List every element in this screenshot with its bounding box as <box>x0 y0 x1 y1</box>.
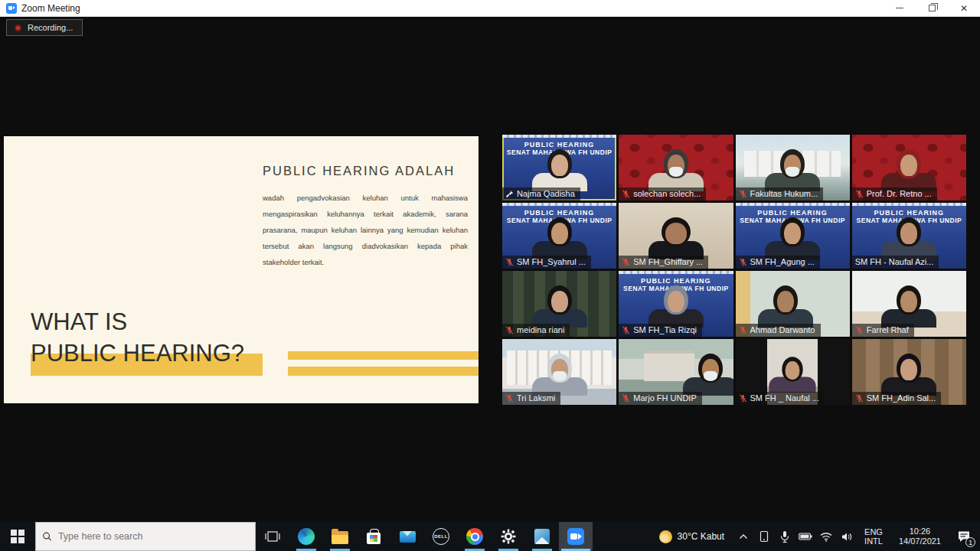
microphone-tray-button[interactable] <box>777 526 792 547</box>
slide-title: WHAT IS PUBLIC HEARING? <box>31 306 244 369</box>
battery-tray-button[interactable] <box>798 526 813 547</box>
muted-mic-icon <box>505 394 514 403</box>
video-tile-adin-sal[interactable]: SM FH_Adin Sal... <box>852 339 966 405</box>
participant-name-label: SM FH _ Naufal ... <box>736 392 825 405</box>
muted-mic-icon <box>739 326 747 334</box>
participant-name-label: solechan solech... <box>619 187 706 201</box>
slide-title-line1: WHAT IS <box>31 306 244 337</box>
restore-button[interactable] <box>916 0 948 16</box>
weather-sun-icon <box>659 530 672 543</box>
language-code: ENG <box>864 527 883 537</box>
taskbar-app-edge[interactable] <box>289 522 323 551</box>
video-tile-marjo[interactable]: Marjo FH UNDIP <box>619 339 733 405</box>
muted-mic-icon <box>739 190 747 198</box>
participant-video <box>532 217 587 259</box>
language-indicator[interactable]: ENG INTL <box>860 527 887 546</box>
participant-video <box>532 354 587 396</box>
task-view-button[interactable] <box>256 522 289 551</box>
participant-name-label: Najma Qadisha <box>502 187 580 201</box>
participant-name-label: Fakultas Hukum... <box>736 187 824 201</box>
taskbar-app-photos[interactable] <box>525 522 559 551</box>
windows-taskbar: DELL 30°C <box>0 522 980 551</box>
video-tile-fakultas-hukum[interactable]: Fakultas Hukum... <box>736 135 850 201</box>
video-tile-prof-retno[interactable]: Prof. Dr. Retno ... <box>852 135 966 201</box>
participant-name-label: SM FH_Adin Sal... <box>852 392 941 405</box>
participant-video <box>881 149 936 191</box>
mail-icon <box>400 531 416 543</box>
speaker-icon <box>841 532 853 542</box>
weather-temperature: 30°C <box>678 531 698 542</box>
participant-video <box>683 354 733 396</box>
action-center-button[interactable]: 1 <box>952 526 975 547</box>
taskbar-search[interactable] <box>35 522 256 551</box>
search-icon <box>42 531 52 542</box>
windows-logo-icon <box>11 530 24 543</box>
participant-video <box>769 357 816 393</box>
weather-widget[interactable]: 30°C Kabut <box>653 530 731 543</box>
wifi-tray-button[interactable] <box>818 526 834 547</box>
video-tile-solechan[interactable]: solechan solech... <box>619 135 733 201</box>
video-tile-tri-laksmi[interactable]: Tri Laksmi <box>502 339 616 405</box>
muted-mic-icon <box>622 258 630 266</box>
participant-video <box>881 285 936 328</box>
close-button[interactable]: ✕ <box>948 0 980 16</box>
muted-mic-icon <box>505 258 514 266</box>
taskbar-app-microsoft-store[interactable] <box>357 522 390 551</box>
zoom-icon <box>567 528 584 545</box>
zoom-app-icon <box>6 3 17 14</box>
muted-mic-icon <box>505 326 514 334</box>
video-tile-tia-rizqi[interactable]: PUBLIC HEARING SENAT MAHASISWA FH UNDIP … <box>619 271 733 337</box>
participant-video <box>765 217 820 259</box>
search-input[interactable] <box>58 531 249 542</box>
muted-mic-icon <box>855 190 864 198</box>
clock-time: 10:26 <box>899 527 941 536</box>
recording-indicator[interactable]: Recording... <box>6 19 83 36</box>
participant-name-label: SM FH - Naufal Azi... <box>852 256 939 269</box>
taskbar-app-zoom[interactable] <box>559 522 593 551</box>
muted-mic-icon <box>739 258 747 266</box>
video-tile-najma-qadisha[interactable]: PUBLIC HEARING SENAT MAHASISWA FH UNDIP … <box>502 135 616 201</box>
dell-icon: DELL <box>433 528 449 545</box>
video-tile-ahmad-darwanto[interactable]: Ahmad Darwanto <box>736 271 850 337</box>
taskbar-clock[interactable]: 10:26 14/07/2021 <box>893 527 947 546</box>
video-gallery: PUBLIC HEARING SENAT MAHASISWA FH UNDIP … <box>502 135 966 405</box>
taskbar-app-dell[interactable]: DELL <box>424 522 458 551</box>
window-titlebar: Zoom Meeting ✕ <box>0 0 980 17</box>
your-phone-tray-button[interactable] <box>756 526 772 547</box>
participant-name-label: SM FH_Syahrul ... <box>502 256 591 269</box>
video-tile-naufal[interactable]: SM FH _ Naufal ... <box>736 339 850 405</box>
video-tile-syahrul[interactable]: PUBLIC HEARING SENAT MAHASISWA FH UNDIP … <box>502 203 616 269</box>
video-tile-agung[interactable]: PUBLIC HEARING SENAT MAHASISWA FH UNDIP … <box>736 203 850 269</box>
screen: Zoom Meeting ✕ Recording... PUBLIC HEARI… <box>0 0 980 551</box>
video-tile-naufal-azi[interactable]: PUBLIC HEARING SENAT MAHASISWA FH UNDIP … <box>852 203 966 269</box>
muted-mic-icon <box>855 326 864 334</box>
video-tile-ghiffary[interactable]: SM FH_Ghiffary ... <box>619 203 733 269</box>
video-tile-farrel-rhaf[interactable]: Farrel Rhaf <box>852 271 966 337</box>
minimize-button[interactable] <box>884 0 916 16</box>
edge-icon <box>298 528 315 545</box>
meeting-client-area: Recording... PUBLIC HEARING ADALAH wadah… <box>0 17 980 522</box>
participant-video <box>758 285 813 328</box>
microsoft-store-icon <box>367 533 381 544</box>
chrome-icon <box>466 528 483 545</box>
shared-presentation-slide: PUBLIC HEARING ADALAH wadah pengadvokasi… <box>4 136 479 403</box>
microphone-icon <box>780 530 789 543</box>
taskbar-app-chrome[interactable] <box>458 522 492 551</box>
battery-icon <box>799 532 812 541</box>
weather-condition: Kabut <box>701 531 724 542</box>
volume-tray-button[interactable] <box>839 526 854 547</box>
taskbar-app-settings[interactable] <box>492 522 525 551</box>
taskbar-app-mail[interactable] <box>390 522 424 551</box>
participant-video <box>765 149 820 191</box>
participant-name-label: Farrel Rhaf <box>852 324 914 337</box>
hidden-icons-chevron[interactable] <box>736 526 751 547</box>
taskbar-app-file-explorer[interactable] <box>323 522 357 551</box>
participant-name-label: SM FH_Tia Rizqi <box>619 324 702 337</box>
chevron-up-icon <box>739 533 748 540</box>
start-button[interactable] <box>0 522 35 551</box>
recording-label: Recording... <box>28 23 73 32</box>
video-tile-meidina-riani[interactable]: meidina riani <box>502 271 616 337</box>
photos-icon <box>534 529 550 544</box>
notification-count-badge: 1 <box>965 537 975 547</box>
participant-video <box>532 285 587 328</box>
